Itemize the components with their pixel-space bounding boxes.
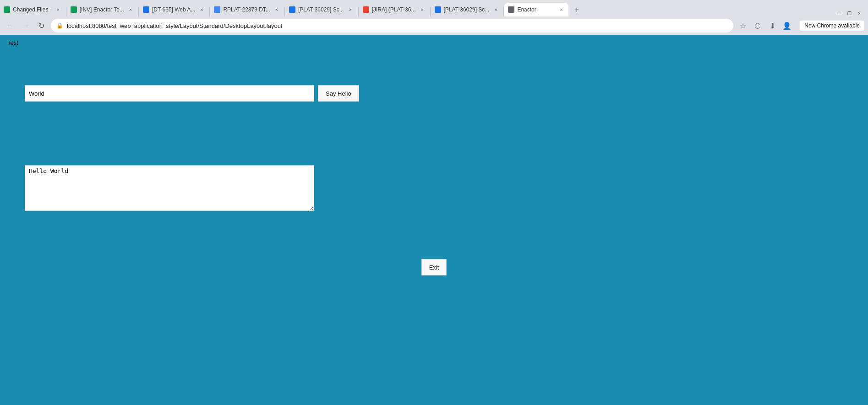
tab-changed-files[interactable]: Changed Files - × <box>0 3 66 16</box>
say-hello-button[interactable]: Say Hello <box>318 85 359 102</box>
tab-label-6: [JIRA] (PLAT-36... <box>372 6 416 13</box>
exit-button[interactable]: Exit <box>421 259 447 275</box>
tab-label-4: RPLAT-22379 DT... <box>223 6 270 13</box>
tab-sep-7 <box>503 7 504 16</box>
window-controls: — ❐ × <box>830 10 868 16</box>
tab-label-8: Enactor <box>517 6 555 13</box>
tab-sep-3 <box>209 7 210 16</box>
new-chrome-text: New Chrome available <box>804 22 860 29</box>
new-chrome-notice: New Chrome available <box>800 21 864 31</box>
tab-favicon-6 <box>363 6 369 13</box>
tab-label-1: Changed Files - <box>13 6 52 13</box>
tab-label-2: [INV] Enactor To... <box>80 6 124 13</box>
profile-button[interactable]: 👤 <box>781 19 793 32</box>
tab-label-5: [PLAT-36029] Sc... <box>298 6 344 13</box>
tab-close-5[interactable]: × <box>347 6 354 13</box>
tab-label-7: [PLAT-36029] Sc... <box>444 6 490 13</box>
close-window-button[interactable]: × <box>856 10 863 16</box>
address-bar-row: ← → ↻ 🔒 localhost:8080/test_web_applicat… <box>0 16 868 35</box>
browser-chrome: Changed Files - × [INV] Enactor To... × … <box>0 0 868 35</box>
tab-favicon-7 <box>435 6 441 13</box>
name-input[interactable] <box>25 85 314 102</box>
page-content: Test Say Hello Hello World Exit <box>0 35 868 405</box>
new-tab-button[interactable]: + <box>570 4 583 16</box>
tab-close-4[interactable]: × <box>273 6 280 13</box>
forward-button[interactable]: → <box>19 19 32 32</box>
address-bar[interactable]: 🔒 localhost:8080/test_web_application_st… <box>50 18 734 33</box>
tab-sep-5 <box>358 7 359 16</box>
tab-favicon-4 <box>214 6 220 13</box>
tab-close-1[interactable]: × <box>55 6 62 13</box>
tab-plat36029-sc2[interactable]: [PLAT-36029] Sc... × <box>431 3 503 16</box>
tab-rplat[interactable]: RPLAT-22379 DT... × <box>210 3 284 16</box>
minimize-button[interactable]: — <box>836 10 842 16</box>
tab-dt635[interactable]: [DT-635] Web A... × <box>139 3 209 16</box>
tab-favicon-3 <box>143 6 149 13</box>
tab-sep-1 <box>66 7 66 16</box>
tab-close-2[interactable]: × <box>127 6 134 13</box>
tab-sep-4 <box>284 7 285 16</box>
maximize-button[interactable]: ❐ <box>846 10 852 16</box>
tab-close-7[interactable]: × <box>492 6 499 13</box>
tab-close-8[interactable]: × <box>557 6 565 13</box>
tab-sep-6 <box>430 7 431 16</box>
url-text[interactable]: localhost:8080/test_web_application_styl… <box>67 22 728 29</box>
address-bar-actions: ☆ ⬡ ⬇ 👤 <box>737 19 793 32</box>
reload-button[interactable]: ↻ <box>35 19 48 32</box>
tab-close-3[interactable]: × <box>198 6 205 13</box>
tab-enactor[interactable]: Enactor × <box>504 3 568 16</box>
tab-close-6[interactable]: × <box>419 6 426 13</box>
tab-favicon-2 <box>71 6 77 13</box>
tab-plat36029-sc[interactable]: [PLAT-36029] Sc... × <box>285 3 358 16</box>
textarea-area: Hello World <box>25 165 314 212</box>
tab-favicon-1 <box>4 6 10 13</box>
bookmark-button[interactable]: ☆ <box>737 19 749 32</box>
tab-bar: Changed Files - × [INV] Enactor To... × … <box>0 0 868 16</box>
tab-favicon-5 <box>289 6 295 13</box>
tab-inv-enactor[interactable]: [INV] Enactor To... × <box>67 3 138 16</box>
exit-area: Exit <box>0 259 868 275</box>
page-title: Test <box>7 39 18 46</box>
tab-label-3: [DT-635] Web A... <box>152 6 196 13</box>
back-button[interactable]: ← <box>4 19 16 32</box>
extension-button[interactable]: ⬡ <box>751 19 764 32</box>
tab-sep-2 <box>138 7 139 16</box>
download-button[interactable]: ⬇ <box>766 19 779 32</box>
tab-jira-plat[interactable]: [JIRA] (PLAT-36... × <box>359 3 430 16</box>
lock-icon: 🔒 <box>56 22 63 29</box>
tab-favicon-8 <box>508 6 514 13</box>
tabs-container: Changed Files - × [INV] Enactor To... × … <box>0 3 830 16</box>
form-area: Say Hello <box>25 85 359 102</box>
output-textarea[interactable]: Hello World <box>25 165 314 211</box>
